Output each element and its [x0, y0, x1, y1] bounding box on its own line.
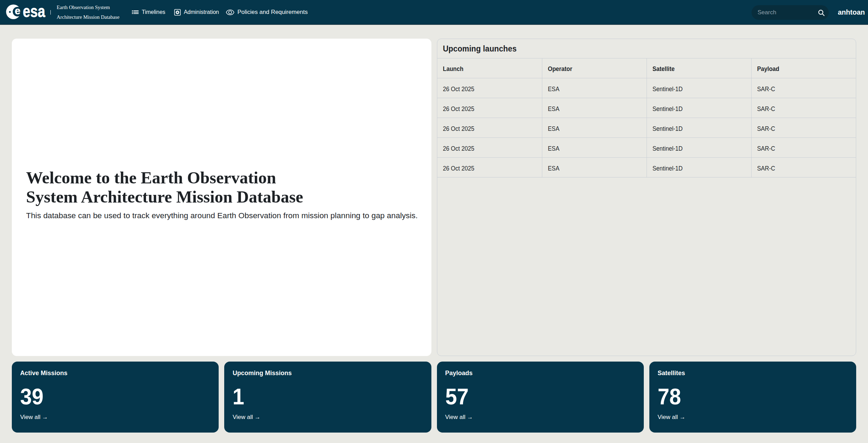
svg-text:esa: esa [23, 2, 46, 20]
svg-text:e: e [15, 5, 21, 16]
